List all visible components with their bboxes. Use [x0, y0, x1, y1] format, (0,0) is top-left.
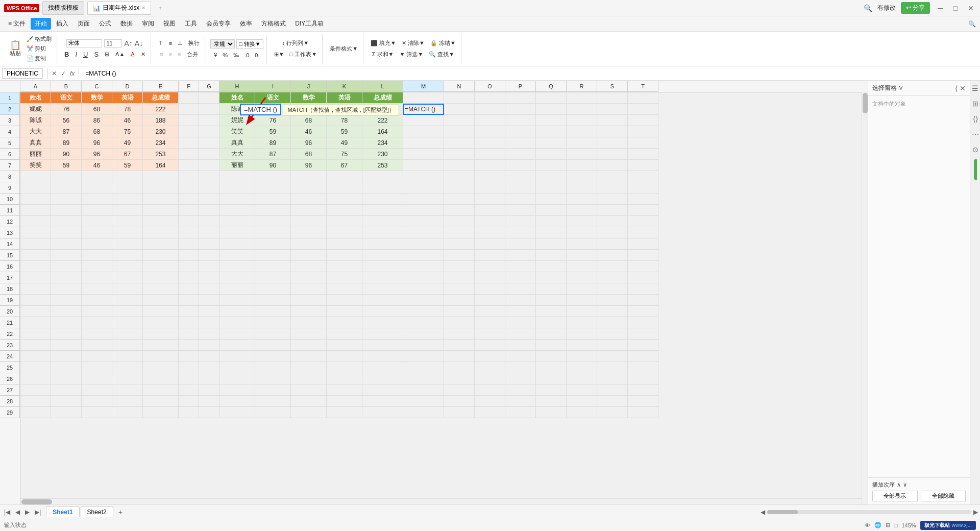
col-header-c[interactable]: C — [82, 81, 112, 92]
cell-reference-input[interactable] — [2, 68, 43, 79]
cell-empty[interactable] — [475, 351, 505, 362]
cell-empty[interactable] — [51, 238, 82, 250]
cell-p1[interactable] — [505, 92, 536, 104]
cell-empty[interactable] — [505, 295, 536, 306]
cell-empty[interactable] — [327, 306, 362, 317]
cell-empty[interactable] — [291, 272, 327, 283]
cell-empty[interactable] — [475, 272, 505, 283]
cell-empty[interactable] — [51, 283, 82, 295]
cell-t4[interactable] — [628, 126, 658, 137]
sidebar-clock-icon[interactable]: ⊙ — [971, 144, 980, 155]
col-header-a[interactable]: A — [20, 81, 51, 92]
cell-empty[interactable] — [255, 250, 291, 261]
cell-m6[interactable] — [403, 149, 444, 160]
sum-button[interactable]: Σ 求和▼ — [370, 50, 396, 59]
cell-empty[interactable] — [475, 407, 505, 418]
worksheet-button[interactable]: □ 工作表▼ — [288, 50, 320, 59]
cell-empty[interactable] — [255, 306, 291, 317]
cell-empty[interactable] — [327, 182, 362, 194]
cell-m2[interactable]: =MATCH () — [403, 104, 444, 115]
cell-empty[interactable] — [143, 317, 179, 328]
font-size-input[interactable] — [104, 39, 122, 47]
cell-empty[interactable] — [475, 205, 505, 216]
cell-empty[interactable] — [403, 216, 444, 227]
cell-empty[interactable] — [20, 272, 51, 283]
menu-item-data[interactable]: 数据 — [116, 18, 137, 30]
cell-empty[interactable] — [179, 182, 199, 194]
font-name-input[interactable] — [66, 39, 102, 47]
cell-empty[interactable] — [362, 373, 403, 384]
cell-b2[interactable]: 76 — [51, 104, 82, 115]
cell-empty[interactable] — [403, 283, 444, 295]
cell-empty[interactable] — [179, 396, 199, 407]
cell-empty[interactable] — [362, 227, 403, 238]
cell-b1[interactable]: 语文 — [51, 92, 82, 104]
cell-empty[interactable] — [362, 194, 403, 205]
col-header-d[interactable]: D — [112, 81, 143, 92]
cell-empty[interactable] — [536, 250, 567, 261]
cell-j7[interactable]: 96 — [291, 160, 327, 171]
cell-empty[interactable] — [219, 238, 255, 250]
cell-empty[interactable] — [597, 272, 628, 283]
cell-empty[interactable] — [219, 272, 255, 283]
cell-empty[interactable] — [20, 396, 51, 407]
cell-empty[interactable] — [567, 295, 597, 306]
cell-s6[interactable] — [597, 149, 628, 160]
cell-empty[interactable] — [219, 328, 255, 340]
cell-empty[interactable] — [327, 396, 362, 407]
cell-empty[interactable] — [51, 340, 82, 351]
cell-i2[interactable]: 56 — [255, 104, 291, 115]
cell-empty[interactable] — [82, 295, 112, 306]
cell-empty[interactable] — [505, 384, 536, 396]
cell-empty[interactable] — [255, 272, 291, 283]
cell-q5[interactable] — [536, 137, 567, 149]
cell-empty[interactable] — [403, 306, 444, 317]
cell-empty[interactable] — [444, 238, 475, 250]
cell-empty[interactable] — [20, 194, 51, 205]
cell-empty[interactable] — [327, 384, 362, 396]
cell-d5[interactable]: 49 — [112, 137, 143, 149]
cell-empty[interactable] — [567, 216, 597, 227]
cell-empty[interactable] — [475, 171, 505, 182]
cell-empty[interactable] — [255, 340, 291, 351]
clear-button[interactable]: ✕ 清除▼ — [400, 39, 427, 47]
cell-empty[interactable] — [536, 340, 567, 351]
cell-empty[interactable] — [505, 283, 536, 295]
number-format-select[interactable]: 常规 — [210, 39, 235, 49]
cell-empty[interactable] — [536, 328, 567, 340]
cell-empty[interactable] — [403, 250, 444, 261]
cell-a5[interactable]: 真真 — [20, 137, 51, 149]
cell-empty[interactable] — [628, 283, 658, 295]
menu-item-review[interactable]: 审阅 — [138, 18, 158, 30]
cell-empty[interactable] — [475, 340, 505, 351]
align-middle-button[interactable]: ≡ — [167, 39, 174, 47]
cell-k2[interactable]: 46 — [327, 104, 362, 115]
cell-empty[interactable] — [628, 317, 658, 328]
cell-empty[interactable] — [362, 328, 403, 340]
cell-empty[interactable] — [567, 272, 597, 283]
percent-button[interactable]: ¥ — [212, 52, 219, 59]
cell-empty[interactable] — [291, 328, 327, 340]
cell-g7[interactable] — [199, 160, 219, 171]
row-header-26[interactable]: 26 — [0, 373, 20, 384]
cell-empty[interactable] — [628, 384, 658, 396]
row-col-button[interactable]: ↕ 行列列▼ — [280, 39, 311, 47]
menu-item-view[interactable]: 视图 — [159, 18, 180, 30]
row-header-2[interactable]: 2 — [0, 104, 20, 115]
vertical-scrollbar[interactable] — [862, 92, 868, 504]
cell-empty[interactable] — [51, 216, 82, 227]
cell-empty[interactable] — [20, 182, 51, 194]
cell-empty[interactable] — [143, 272, 179, 283]
cell-empty[interactable] — [475, 182, 505, 194]
col-header-b[interactable]: B — [51, 81, 82, 92]
cell-empty[interactable] — [444, 182, 475, 194]
cell-g1[interactable] — [199, 92, 219, 104]
cell-empty[interactable] — [199, 205, 219, 216]
cell-empty[interactable] — [255, 351, 291, 362]
cell-empty[interactable] — [255, 328, 291, 340]
cell-o1[interactable] — [475, 92, 505, 104]
cell-empty[interactable] — [475, 250, 505, 261]
cell-empty[interactable] — [597, 205, 628, 216]
wrap-text-button[interactable]: 换行 — [186, 39, 202, 47]
cell-empty[interactable] — [20, 283, 51, 295]
